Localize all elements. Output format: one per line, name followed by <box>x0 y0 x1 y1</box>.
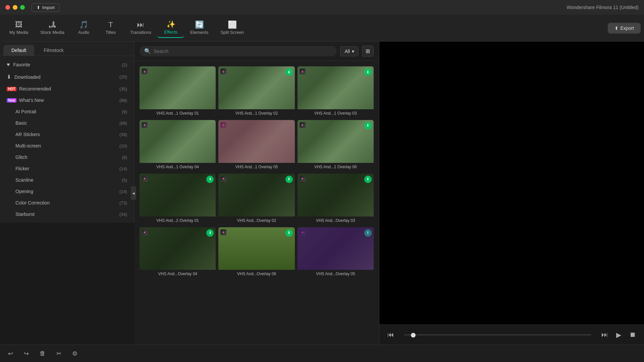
effect-thumbnail-vhs-2-01: ♦ ⬇ <box>140 174 216 217</box>
category-item-ai-portrait[interactable]: AI Portrait (9) <box>0 106 134 117</box>
effect-card-vhs-1-06[interactable]: ♦ ⬇ VHS And...1 Overlay 06 <box>298 120 374 171</box>
diamond-badge-vhs-1-01: ♦ <box>142 68 148 74</box>
grid-toggle-button[interactable]: ⊞ <box>362 46 374 57</box>
category-item-favorite[interactable]: ♥ Favorite (2) <box>0 59 134 71</box>
diamond-badge-vhs-1-02: ♦ <box>220 68 226 74</box>
category-item-glitch[interactable]: Glitch (8) <box>0 152 134 163</box>
nav-label-audio: Audio <box>78 30 89 35</box>
effect-thumbnail-vhs-1-06: ♦ ⬇ <box>298 120 374 163</box>
category-item-scanline[interactable]: Scanline (5) <box>0 174 134 186</box>
effects-grid: ♦ VHS And...1 Overlay 01 ♦ ⬇ VHS And...1… <box>134 61 379 345</box>
effect-card-vhs-1-03[interactable]: ♦ ⬇ VHS And...1 Overlay 03 <box>298 66 374 117</box>
maximize-button[interactable] <box>20 5 25 10</box>
settings-button[interactable]: ⚙ <box>69 349 80 359</box>
delete-button[interactable]: 🗑 <box>37 349 48 358</box>
new-badge: New <box>7 98 16 103</box>
effect-card-vhs-1-01[interactable]: ♦ VHS And...1 Overlay 01 <box>140 66 216 117</box>
download-badge: ⬇ <box>206 176 214 183</box>
undo-button[interactable]: ↩ <box>5 349 16 359</box>
diamond-badge-vhs-2-03: ♦ <box>300 176 306 182</box>
tab-filmstock[interactable]: Filmstock <box>36 45 71 56</box>
right-panel: ⏮ ⏭ ▶ ⏹ <box>379 42 644 345</box>
effect-card-vhs-3-04[interactable]: ♦ ⬇ VHS And...Overlay 04 <box>140 227 216 278</box>
main-content: Default Filmstock ♥ Favorite (2) ⬇ Downl… <box>0 42 644 345</box>
nav-item-audio[interactable]: 🎵 Audio <box>70 18 97 38</box>
category-item-multi-screen[interactable]: Multi-screen (10) <box>0 140 134 152</box>
export-button[interactable]: ⬆ Export <box>608 23 641 34</box>
download-badge: ⬇ <box>285 229 293 237</box>
category-item-flicker[interactable]: Flicker (14) <box>0 163 134 174</box>
effect-card-vhs-2-02[interactable]: ♦ ⬇ VHS And...Overlay 02 <box>218 174 294 225</box>
effect-card-vhs-1-05[interactable]: ♦ VHS And...1 Overlay 05 <box>218 120 294 171</box>
nav-item-transitions[interactable]: ⏭ Transitions <box>124 18 157 38</box>
nav-icon-audio: 🎵 <box>79 21 88 28</box>
category-item-ar-stickers[interactable]: AR Stickers (39) <box>0 129 134 140</box>
rewind-button[interactable]: ⏮ <box>386 329 395 340</box>
category-item-downloaded[interactable]: ⬇ Downloaded (25) <box>0 71 134 83</box>
traffic-lights <box>5 5 25 10</box>
effect-label-vhs-1-03: VHS And...1 Overlay 03 <box>298 109 374 117</box>
cat-label-opening: Opening <box>15 189 119 194</box>
nav-label-my-media: My Media <box>9 30 28 35</box>
effect-card-vhs-3-05[interactable]: ♦ ⬇ VHS And...Overlay 05 <box>298 227 374 278</box>
nav-icon-effects: ✨ <box>166 21 175 28</box>
nav-items-container: 🖼 My Media 🏞 Stock Media 🎵 Audio T Title… <box>3 18 250 38</box>
nav-item-titles[interactable]: T Titles <box>97 18 124 38</box>
nav-label-effects: Effects <box>164 29 177 35</box>
category-item-starburst[interactable]: Starburst (34) <box>0 208 134 220</box>
search-input[interactable] <box>154 49 332 54</box>
nav-item-effects[interactable]: ✨ Effects <box>157 18 184 38</box>
effect-scene-vhs-1-06: ♦ ⬇ <box>298 120 374 163</box>
cat-count-color-correction: (73) <box>119 200 127 205</box>
search-icon: 🔍 <box>144 48 151 54</box>
play-button[interactable]: ▶ <box>615 329 623 340</box>
category-item-opening[interactable]: Opening (14) <box>0 186 134 197</box>
cat-label-ai-portrait: AI Portrait <box>15 109 122 114</box>
effect-card-vhs-2-03[interactable]: ♦ ⬇ VHS And...Overlay 03 <box>298 174 374 225</box>
import-button[interactable]: ⬆ Import <box>32 3 60 12</box>
cat-count-downloaded: (25) <box>119 74 127 79</box>
cat-label-flicker: Flicker <box>15 166 119 171</box>
top-nav: 🖼 My Media 🏞 Stock Media 🎵 Audio T Title… <box>0 15 644 42</box>
stop-button[interactable]: ⏹ <box>628 329 637 340</box>
minimize-button[interactable] <box>13 5 17 10</box>
filter-dropdown[interactable]: All ▾ <box>340 46 359 56</box>
center-panel: 🔍 All ▾ ⊞ ♦ VHS And...1 Overlay 01 ♦ ⬇ <box>134 42 379 345</box>
tab-default[interactable]: Default <box>3 45 34 56</box>
effect-card-vhs-3-06[interactable]: ♦ ⬇ VHS And...Overlay 06 <box>218 227 294 278</box>
category-item-whats-new[interactable]: New What's New (88) <box>0 95 134 106</box>
cat-label-glitch: Glitch <box>15 155 122 160</box>
effect-label-vhs-1-04: VHS And...1 Overlay 04 <box>140 163 216 171</box>
nav-item-elements[interactable]: 🔄 Elements <box>184 18 214 38</box>
category-item-color-correction[interactable]: Color Correction (73) <box>0 197 134 208</box>
category-item-basic[interactable]: Basic (68) <box>0 117 134 129</box>
download-badge: ⬇ <box>364 176 372 183</box>
cat-label-downloaded: Downloaded <box>14 74 119 80</box>
cat-label-starburst: Starburst <box>15 212 119 217</box>
effect-thumbnail-vhs-2-02: ♦ ⬇ <box>218 174 294 217</box>
cat-count-basic: (68) <box>119 121 127 126</box>
download-badge: ⬇ <box>364 122 372 129</box>
effect-label-vhs-1-05: VHS And...1 Overlay 05 <box>218 163 294 171</box>
effect-card-vhs-1-02[interactable]: ♦ ⬇ VHS And...1 Overlay 02 <box>218 66 294 117</box>
collapse-panel-button[interactable]: ◀ <box>131 186 136 200</box>
step-forward-button[interactable]: ⏭ <box>600 329 609 340</box>
effect-card-vhs-2-01[interactable]: ♦ ⬇ VHS And...2 Overlay 01 <box>140 174 216 225</box>
nav-item-my-media[interactable]: 🖼 My Media <box>3 18 34 38</box>
app-title: Wondershare Filmora 11 (Untitled) <box>567 5 639 10</box>
effect-scene-vhs-1-01: ♦ <box>140 66 216 109</box>
cut-button[interactable]: ✂ <box>54 349 64 359</box>
effect-scene-vhs-2-02: ♦ ⬇ <box>218 174 294 217</box>
cat-count-ai-portrait: (9) <box>122 109 127 114</box>
category-item-recommended[interactable]: HOT Recommended (35) <box>0 83 134 95</box>
effect-scene-vhs-2-01: ♦ ⬇ <box>140 174 216 217</box>
cat-icon-favorite: ♥ <box>7 62 10 68</box>
effect-label-vhs-2-02: VHS And...Overlay 02 <box>218 217 294 225</box>
preview-progress-handle[interactable] <box>411 333 416 338</box>
nav-item-split-screen[interactable]: ⬜ Split Screen <box>214 18 250 38</box>
nav-item-stock-media[interactable]: 🏞 Stock Media <box>34 18 70 38</box>
effect-card-vhs-1-04[interactable]: ♦ VHS And...1 Overlay 04 <box>140 120 216 171</box>
redo-button[interactable]: ↪ <box>21 349 32 359</box>
preview-timeline[interactable] <box>404 334 591 336</box>
close-button[interactable] <box>5 5 10 10</box>
